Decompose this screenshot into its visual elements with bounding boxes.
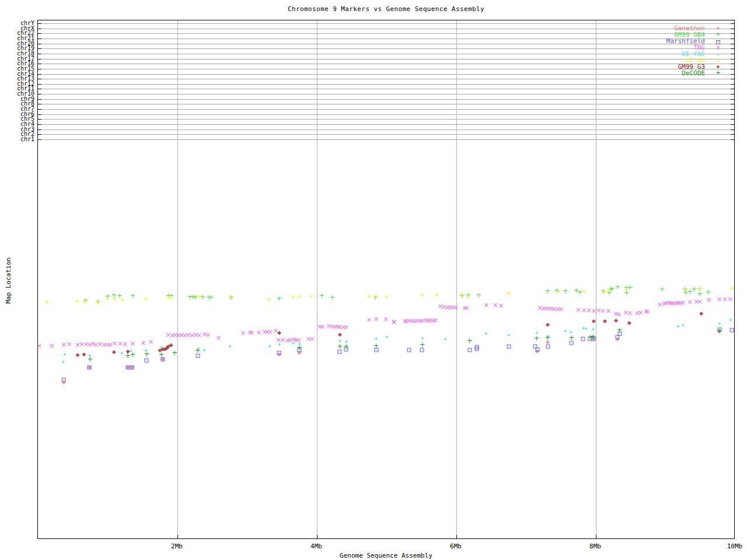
y-axis-tick bbox=[731, 99, 734, 100]
data-point: × bbox=[453, 304, 459, 311]
chromosome-gridline bbox=[38, 89, 734, 89]
data-point: ✳ bbox=[683, 288, 688, 293]
y-axis-tick bbox=[731, 134, 734, 135]
y-axis-tick bbox=[731, 89, 734, 89]
data-point: × bbox=[432, 317, 438, 324]
data-point: ✳ bbox=[729, 286, 734, 292]
x-tick-label: 6Mb bbox=[450, 542, 462, 550]
data-point: ▴ bbox=[682, 322, 685, 327]
data-point: × bbox=[215, 334, 221, 341]
data-point: × bbox=[644, 308, 650, 315]
data-point: ▴ bbox=[385, 334, 388, 339]
y-axis-tick bbox=[731, 74, 734, 75]
y-axis-tick bbox=[38, 130, 41, 130]
data-point: × bbox=[205, 331, 211, 338]
data-point: ✳ bbox=[112, 296, 117, 302]
data-point: + bbox=[476, 292, 481, 299]
data-point: × bbox=[687, 299, 693, 306]
data-point: ❖ bbox=[337, 332, 342, 338]
data-point: ▴ bbox=[592, 326, 595, 331]
data-point bbox=[507, 345, 511, 349]
data-point: ▴ bbox=[677, 323, 680, 328]
data-point: × bbox=[267, 328, 273, 335]
data-point: + bbox=[296, 344, 302, 351]
y-axis-tick bbox=[38, 48, 41, 49]
data-point: ▴ bbox=[62, 359, 65, 364]
y-axis-tick bbox=[38, 124, 41, 125]
mb-gridline bbox=[456, 20, 457, 538]
data-point: + bbox=[195, 347, 201, 354]
x-tick-label: 4Mb bbox=[310, 542, 322, 550]
data-point: + bbox=[659, 286, 665, 293]
y-axis-tick bbox=[731, 94, 734, 94]
data-point: × bbox=[558, 306, 564, 313]
data-point: ✳ bbox=[459, 292, 464, 298]
data-point: + bbox=[130, 351, 135, 358]
data-point: + bbox=[337, 343, 343, 350]
data-point: × bbox=[148, 338, 154, 345]
data-point: ▴ bbox=[444, 336, 447, 341]
data-point: + bbox=[691, 286, 697, 293]
data-point: ❖ bbox=[591, 319, 596, 324]
data-point: ✳ bbox=[169, 295, 173, 301]
data-point: × bbox=[600, 307, 606, 314]
data-point: × bbox=[343, 324, 349, 331]
data-point: × bbox=[49, 342, 55, 349]
data-point: ✳ bbox=[105, 296, 110, 302]
data-point: ✳ bbox=[466, 295, 470, 300]
data-point: × bbox=[320, 323, 326, 330]
data-point bbox=[130, 366, 134, 370]
data-point: ❖ bbox=[111, 350, 116, 355]
data-point: ✳ bbox=[297, 294, 302, 300]
y-axis-tick bbox=[38, 109, 41, 110]
data-point: ✳ bbox=[366, 294, 371, 300]
chromosome-gridline bbox=[38, 104, 734, 104]
data-point: ✳ bbox=[581, 289, 586, 295]
data-point: + bbox=[329, 294, 335, 301]
y-axis-tick bbox=[731, 104, 734, 104]
chromosome-label: chr1 bbox=[20, 136, 34, 142]
data-point: × bbox=[130, 340, 135, 347]
data-point: ▴ bbox=[729, 317, 732, 322]
legend-marker-icon: + bbox=[713, 70, 723, 76]
y-axis-tick-labels: chrYchrXchr22chr21chr20chr19chr18chr17ch… bbox=[0, 0, 34, 560]
data-point: ✳ bbox=[197, 294, 202, 300]
chromosome-gridline bbox=[38, 114, 734, 115]
chromosome-gridline bbox=[38, 23, 734, 24]
y-axis-tick bbox=[38, 99, 41, 100]
data-point: ▴ bbox=[203, 347, 205, 352]
data-point: × bbox=[728, 296, 734, 303]
y-axis-tick bbox=[731, 84, 734, 85]
data-point bbox=[277, 351, 281, 355]
legend-marker-icon: ▴ bbox=[713, 51, 723, 57]
y-axis-tick bbox=[38, 23, 41, 24]
y-axis-tick bbox=[731, 109, 734, 110]
y-axis-tick bbox=[38, 104, 41, 104]
data-point: ✳ bbox=[44, 299, 49, 305]
y-axis-tick bbox=[731, 29, 734, 29]
data-point: ▴ bbox=[63, 351, 66, 356]
data-point: + bbox=[716, 327, 722, 334]
data-point: × bbox=[498, 302, 504, 309]
plot-area: ❖❖❖❖❖❖❖❖❖❖❖❖++++++++++++++++++++++++++++… bbox=[37, 20, 735, 539]
x-axis-tick bbox=[456, 535, 457, 538]
data-point: ✳ bbox=[144, 296, 148, 302]
data-point: + bbox=[343, 343, 349, 350]
data-point: × bbox=[605, 307, 611, 314]
data-point: × bbox=[36, 342, 42, 349]
data-point: × bbox=[697, 298, 703, 305]
data-point: + bbox=[374, 342, 379, 349]
y-axis-tick bbox=[38, 119, 41, 120]
y-axis-tick bbox=[38, 33, 41, 34]
data-point: ✳ bbox=[228, 294, 233, 300]
data-point: ▴ bbox=[564, 328, 567, 333]
legend-label: Marshfield bbox=[587, 38, 705, 44]
data-point: × bbox=[637, 309, 643, 316]
chromosome-gridline bbox=[38, 134, 734, 135]
data-point: ❖ bbox=[602, 319, 607, 324]
data-point: ▴ bbox=[375, 335, 378, 341]
y-axis-tick bbox=[38, 54, 41, 54]
data-point: + bbox=[617, 327, 623, 334]
mb-gridline bbox=[317, 20, 317, 538]
data-point: + bbox=[276, 295, 282, 302]
